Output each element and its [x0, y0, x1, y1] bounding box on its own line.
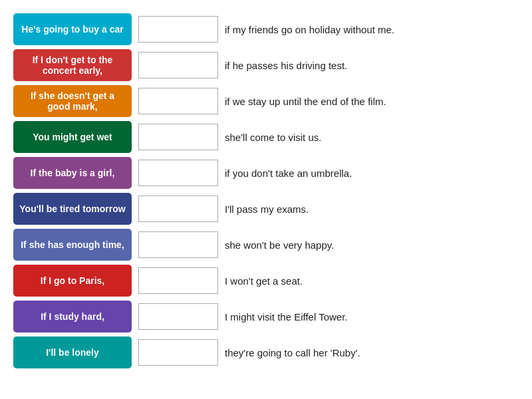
exercise-row-1: He's going to buy a carif my friends go …: [13, 13, 519, 45]
exercise-row-9: If I study hard,I might visit the Eiffel…: [13, 301, 519, 332]
exercise-container: He's going to buy a carif my friends go …: [7, 7, 525, 375]
exercise-row-7: If she has enough time,she won't be very…: [13, 229, 519, 261]
completion-text-9: I might visit the Eiffel Tower.: [225, 311, 519, 323]
exercise-row-8: If I go to Paris,I won't get a seat.: [13, 265, 519, 297]
answer-input-5[interactable]: [138, 160, 218, 186]
label-box-3: If she doesn't get a good mark,: [13, 85, 132, 117]
answer-input-8[interactable]: [138, 267, 218, 294]
label-box-2: If I don't get to the concert early,: [13, 49, 132, 81]
answer-input-9[interactable]: [138, 303, 218, 330]
answer-input-3[interactable]: [138, 88, 218, 114]
exercise-row-5: If the baby is a girl,if you don't take …: [13, 157, 519, 189]
label-box-8: If I go to Paris,: [13, 265, 132, 297]
label-box-10: I'll be lonely: [13, 336, 132, 368]
label-box-7: If she has enough time,: [13, 229, 132, 261]
completion-text-6: I'll pass my exams.: [225, 203, 519, 215]
exercise-row-2: If I don't get to the concert early,if h…: [13, 49, 519, 81]
completion-text-8: I won't get a seat.: [225, 275, 519, 287]
exercise-row-6: You'll be tired tomorrowI'll pass my exa…: [13, 193, 519, 225]
answer-input-7[interactable]: [138, 231, 218, 258]
answer-input-6[interactable]: [138, 196, 218, 222]
answer-input-10[interactable]: [138, 339, 218, 366]
exercise-row-4: You might get wetshe'll come to visit us…: [13, 121, 519, 153]
completion-text-3: if we stay up until the end of the film.: [225, 96, 519, 107]
label-box-6: You'll be tired tomorrow: [13, 193, 132, 225]
answer-input-1[interactable]: [138, 16, 218, 43]
label-box-9: If I study hard,: [13, 301, 132, 332]
exercise-row-3: If she doesn't get a good mark,if we sta…: [13, 85, 519, 117]
answer-input-4[interactable]: [138, 124, 218, 150]
completion-text-7: she won't be very happy.: [225, 239, 519, 251]
label-box-4: You might get wet: [13, 121, 132, 153]
completion-text-5: if you don't take an umbrella.: [225, 168, 519, 179]
completion-text-10: they're going to call her 'Ruby'.: [225, 347, 519, 358]
completion-text-4: she'll come to visit us.: [225, 132, 519, 143]
label-box-5: If the baby is a girl,: [13, 157, 132, 189]
label-box-1: He's going to buy a car: [13, 13, 132, 45]
completion-text-2: if he passes his driving test.: [225, 60, 519, 71]
answer-input-2[interactable]: [138, 52, 218, 78]
completion-text-1: if my friends go on holiday without me.: [225, 24, 519, 35]
exercise-row-10: I'll be lonelythey're going to call her …: [13, 336, 519, 368]
